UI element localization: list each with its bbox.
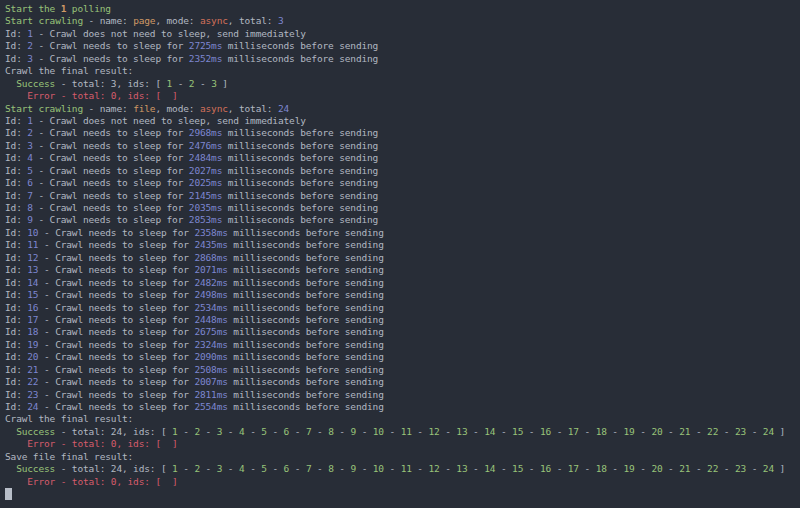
terminal-text: 14 [27, 277, 38, 288]
terminal-text: Id: [5, 115, 27, 126]
terminal-text: 2534ms [194, 302, 227, 313]
terminal-text: - Crawl needs to sleep for [38, 252, 194, 263]
terminal-text: 23 [27, 389, 38, 400]
terminal-text: - Crawl needs to sleep for [38, 239, 194, 250]
terminal-text: ] [167, 90, 178, 101]
terminal-line: Start crawling - name: page, mode: async… [5, 15, 800, 27]
terminal-text: 2482ms [194, 277, 227, 288]
terminal-text: [ [155, 476, 166, 487]
terminal-text: 2476ms [189, 140, 222, 151]
terminal-line: Id: 3 - Crawl needs to sleep for 2476ms … [5, 140, 800, 152]
terminal-text: 21 [679, 426, 690, 437]
terminal-text: - [267, 426, 284, 437]
terminal-text: 10 [373, 463, 384, 474]
terminal-line: Id: 22 - Crawl needs to sleep for 2007ms… [5, 376, 800, 388]
terminal-line: Save file final result: [5, 451, 800, 463]
terminal-line: Id: 16 - Crawl needs to sleep for 2534ms… [5, 302, 800, 314]
terminal-line: Id: 3 - Crawl needs to sleep for 2352ms … [5, 53, 800, 65]
terminal-text: - [607, 426, 624, 437]
terminal-text: - [468, 463, 485, 474]
terminal-text: Id: [5, 202, 27, 213]
terminal-text: - [690, 426, 707, 437]
terminal-text: 14 [484, 463, 495, 474]
terminal-text: 20 [27, 351, 38, 362]
terminal-text: - [579, 426, 596, 437]
terminal-text: 21 [27, 364, 38, 375]
terminal-text: ] [167, 438, 178, 449]
terminal-text: 2484ms [189, 152, 222, 163]
terminal-text: - [635, 463, 652, 474]
terminal-text: - name: [83, 15, 133, 26]
terminal-text: milliseconds before sending [228, 239, 384, 250]
terminal-text: polling [66, 3, 111, 14]
terminal-text: - total: 0, ids: [55, 90, 155, 101]
terminal-text: 13 [456, 463, 467, 474]
terminal-text: - [690, 463, 707, 474]
terminal-text: 18 [27, 326, 38, 337]
terminal-line: Id: 5 - Crawl needs to sleep for 2027ms … [5, 165, 800, 177]
terminal-text: - [311, 463, 328, 474]
terminal-text: - Crawl needs to sleep for [38, 314, 194, 325]
terminal-text: 17 [568, 463, 579, 474]
terminal-text: - Crawl needs to sleep for [33, 165, 189, 176]
terminal-text: milliseconds before sending [228, 326, 384, 337]
terminal-text [5, 426, 16, 437]
terminal-text: 15 [512, 426, 523, 437]
terminal-text: - [194, 78, 211, 89]
terminal-text: 22 [707, 426, 718, 437]
terminal-text: 12 [429, 463, 440, 474]
terminal-text: Error [27, 90, 55, 101]
terminal-text: - [356, 426, 373, 437]
terminal-text: Id: [5, 165, 27, 176]
terminal-text: 15 [512, 463, 523, 474]
terminal-text: Start crawling [5, 15, 83, 26]
terminal-line: Error - total: 0, ids: [ ] [5, 90, 800, 102]
terminal-text: - [334, 426, 351, 437]
terminal-text: Id: [5, 40, 27, 51]
terminal-text: 12 [429, 426, 440, 437]
terminal-text: - Crawl needs to sleep for [38, 326, 194, 337]
terminal-text: 2853ms [189, 214, 222, 225]
terminal-text: Crawl the final result: [5, 65, 133, 76]
terminal-line: Id: 14 - Crawl needs to sleep for 2482ms… [5, 277, 800, 289]
terminal-text: 2145ms [189, 190, 222, 201]
terminal-text: Id: [5, 351, 27, 362]
terminal-text: - [289, 463, 306, 474]
terminal-text: Save file final result: [5, 451, 133, 462]
terminal-text: Id: [5, 28, 27, 39]
terminal-text: 14 [484, 426, 495, 437]
terminal-text: 2090ms [194, 351, 227, 362]
terminal-text: , mode: [155, 15, 200, 26]
terminal-line: Id: 8 - Crawl needs to sleep for 2035ms … [5, 202, 800, 214]
terminal-text: milliseconds before sending [222, 202, 378, 213]
terminal-text: 19 [624, 463, 635, 474]
terminal-output[interactable]: Start the 1 pollingStart crawling - name… [0, 0, 800, 508]
terminal-text: 2508ms [194, 364, 227, 375]
terminal-text: - Crawl needs to sleep for [33, 202, 189, 213]
terminal-line: Success - total: 24, ids: [ 1 - 2 - 3 - … [5, 463, 800, 475]
terminal-line: Id: 13 - Crawl needs to sleep for 2071ms… [5, 264, 800, 276]
terminal-text: 20 [651, 463, 662, 474]
terminal-text: - [635, 426, 652, 437]
terminal-text: - Crawl needs to sleep for [38, 364, 194, 375]
terminal-text: Id: [5, 376, 27, 387]
terminal-text: Success [16, 463, 55, 474]
terminal-text: 2868ms [194, 252, 227, 263]
terminal-text: 2035ms [189, 202, 222, 213]
terminal-text [5, 476, 27, 487]
terminal-text: Id: [5, 401, 27, 412]
terminal-text: Id: [5, 389, 27, 400]
terminal-text: - [412, 463, 429, 474]
terminal-text: 18 [596, 463, 607, 474]
terminal-text: async [200, 15, 228, 26]
terminal-text: milliseconds before sending [228, 389, 384, 400]
terminal-text: - Crawl needs to sleep for [33, 152, 189, 163]
terminal-text: - Crawl needs to sleep for [38, 227, 194, 238]
terminal-line: Id: 11 - Crawl needs to sleep for 2435ms… [5, 239, 800, 251]
terminal-text: 20 [651, 426, 662, 437]
terminal-text: page [133, 15, 155, 26]
terminal-text: - [607, 463, 624, 474]
terminal-text: , total: [228, 15, 278, 26]
terminal-text: - [440, 426, 457, 437]
terminal-line: Id: 21 - Crawl needs to sleep for 2508ms… [5, 364, 800, 376]
